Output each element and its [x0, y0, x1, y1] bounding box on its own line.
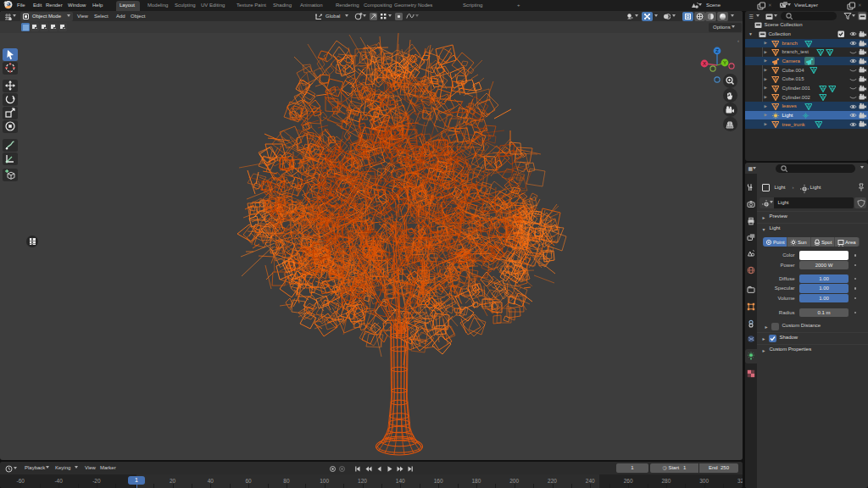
svg-text:Z: Z — [715, 48, 719, 53]
svg-text:X: X — [703, 61, 706, 66]
svg-text:Y: Y — [723, 60, 726, 65]
